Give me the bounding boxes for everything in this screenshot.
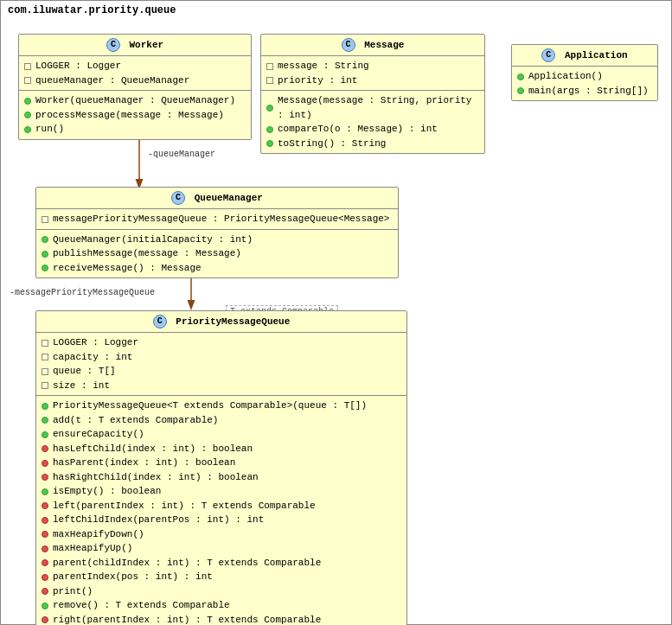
pq-method-text-11: parent(childIndex : int) : T extends Com… (53, 556, 321, 571)
app-method-1: main(args : String[]) (517, 84, 652, 99)
qm-method-2: receiveMessage() : Message (42, 261, 393, 276)
pq-method-text-13: print() (53, 584, 93, 599)
pq-method-icon-14 (42, 603, 48, 609)
pq-method-text-5: hasRightChild(index : int) : boolean (53, 470, 259, 485)
qm-method-text-1: publishMessage(message : Message) (53, 246, 241, 261)
method-icon-2 (24, 126, 31, 133)
pq-method-14: remove() : T extends Comparable (42, 598, 401, 613)
queue-manager-label: -queueManager (148, 150, 215, 159)
priority-queue-class: C PriorityMessageQueue LOGGER : Logger c… (35, 310, 407, 625)
message-name: Message (364, 40, 404, 50)
pq-method-icon-9 (42, 531, 48, 538)
pq-method-text-14: remove() : T extends Comparable (53, 598, 230, 613)
worker-field-text-1: queueManager : QueueManager (35, 73, 189, 88)
message-method-2: toString() : String (266, 137, 479, 151)
msg-method-icon-1 (266, 126, 273, 133)
pq-method-3: hasLeftChild(index : int) : boolean (42, 442, 401, 456)
message-class: C Message message : String priority : in… (260, 34, 485, 154)
pq-method-text-12: parentIndex(pos : int) : int (53, 570, 213, 584)
field-icon-0 (24, 63, 31, 70)
qm-method-icon-2 (42, 265, 48, 271)
message-circle: C (342, 38, 355, 52)
worker-method-2: run() (24, 122, 246, 137)
pq-field-2: queue : T[] (42, 364, 401, 379)
priority-queue-name: PriorityMessageQueue (176, 316, 290, 327)
pq-method-6: isEmpty() : boolean (42, 484, 401, 499)
pq-circle: C (153, 315, 167, 328)
qm-field-0: messagePriorityMessageQueue : PriorityMe… (42, 212, 393, 226)
app-method-icon-1 (517, 87, 524, 94)
qm-method-1: publishMessage(message : Message) (42, 246, 393, 261)
pq-method-text-8: leftChildIndex(parentPos : int) : int (53, 513, 264, 527)
pq-method-icon-3 (42, 445, 48, 452)
message-fields: message : String priority : int (261, 56, 484, 91)
pq-field-1: capacity : int (42, 350, 401, 365)
worker-method-text-1: processMessage(message : Message) (35, 108, 224, 123)
priority-queue-header: C PriorityMessageQueue (36, 311, 406, 333)
msg-field-icon-0 (266, 63, 273, 70)
message-field-0: message : String (266, 59, 479, 73)
pq-method-icon-13 (42, 588, 48, 595)
pq-method-icon-8 (42, 517, 48, 524)
worker-circle: C (106, 38, 120, 52)
pq-method-text-0: PriorityMessageQueue<T extends Comparabl… (53, 399, 367, 413)
message-field-1: priority : int (266, 73, 479, 88)
pq-method-15: right(parentIndex : int) : T extends Com… (42, 613, 401, 626)
message-header: C Message (261, 35, 484, 56)
priority-queue-methods: PriorityMessageQueue<T extends Comparabl… (36, 396, 406, 625)
priority-queue-fields: LOGGER : Logger capacity : int queue : T… (36, 333, 406, 396)
application-header: C Application (512, 45, 657, 67)
pq-method-7: left(parentIndex : int) : T extends Comp… (42, 499, 401, 513)
method-icon-0 (24, 98, 31, 105)
message-method-1: compareTo(o : Message) : int (266, 122, 479, 137)
method-icon-1 (24, 112, 31, 118)
pq-method-0: PriorityMessageQueue<T extends Comparabl… (42, 399, 401, 413)
pq-method-icon-10 (42, 545, 48, 552)
message-method-text-1: compareTo(o : Message) : int (278, 122, 438, 137)
pq-method-text-6: isEmpty() : boolean (53, 484, 161, 499)
worker-field-0: LOGGER : Logger (24, 59, 246, 73)
msg-method-icon-0 (266, 105, 273, 112)
pq-field-icon-2 (42, 368, 48, 375)
message-priority-label: -messagePriorityMessageQueue (10, 288, 155, 297)
pq-method-10: maxHeapifyUp() (42, 541, 401, 556)
pq-field-text-2: queue : T[] (53, 364, 116, 379)
worker-fields: LOGGER : Logger queueManager : QueueMana… (19, 56, 251, 91)
qm-field-icon-0 (42, 216, 48, 223)
pq-method-13: print() (42, 584, 401, 599)
pq-method-icon-1 (42, 417, 48, 424)
pq-field-text-1: capacity : int (53, 350, 132, 365)
message-method-text-2: toString() : String (278, 137, 386, 151)
diagram-container: com.iluwatar.priority.queue -queueManage… (0, 0, 672, 625)
pq-method-text-15: right(parentIndex : int) : T extends Com… (53, 613, 321, 626)
pq-field-0: LOGGER : Logger (42, 335, 401, 350)
pq-method-icon-2 (42, 431, 48, 438)
qm-method-text-2: receiveMessage() : Message (53, 261, 202, 276)
pq-field-text-0: LOGGER : Logger (53, 335, 138, 350)
application-methods: Application() main(args : String[]) (512, 67, 657, 100)
message-method-0: Message(message : String, priority : int… (266, 93, 479, 122)
diagram-title: com.iluwatar.priority.queue (8, 4, 176, 16)
pq-method-text-9: maxHeapifyDown() (53, 527, 144, 542)
pq-method-icon-6 (42, 488, 48, 495)
msg-method-icon-2 (266, 140, 273, 147)
pq-field-icon-1 (42, 354, 48, 360)
pq-method-text-10: maxHeapifyUp() (53, 541, 132, 556)
app-method-icon-0 (517, 73, 524, 80)
app-method-0: Application() (517, 69, 652, 84)
pq-method-5: hasRightChild(index : int) : boolean (42, 470, 401, 485)
pq-method-11: parent(childIndex : int) : T extends Com… (42, 556, 401, 571)
worker-header: C Worker (19, 35, 251, 56)
worker-class: C Worker LOGGER : Logger queueManager : … (18, 34, 252, 140)
qm-method-icon-1 (42, 251, 48, 258)
queue-manager-name: QueueManager (195, 193, 263, 203)
pq-field-text-3: size : int (53, 379, 110, 393)
pq-method-icon-11 (42, 559, 48, 566)
qm-field-text-0: messagePriorityMessageQueue : PriorityMe… (53, 212, 389, 226)
queue-manager-fields: messagePriorityMessageQueue : PriorityMe… (36, 209, 398, 230)
pq-method-1: add(t : T extends Comparable) (42, 413, 401, 428)
qm-method-text-0: QueueManager(initialCapacity : int) (53, 233, 253, 247)
message-field-text-1: priority : int (278, 73, 357, 88)
pq-field-icon-0 (42, 340, 48, 347)
pq-method-text-4: hasParent(index : int) : boolean (53, 456, 235, 470)
